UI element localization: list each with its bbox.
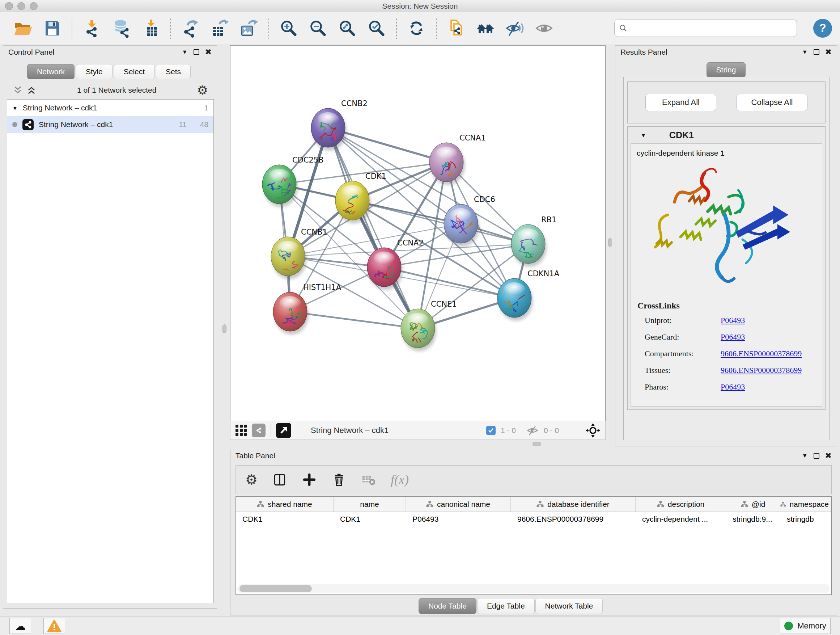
table-panel-header: Table Panel ▼ ✖ (231, 449, 837, 462)
help-button[interactable]: ? (813, 19, 832, 38)
import-table-button[interactable] (141, 19, 160, 38)
show-columns-icon[interactable] (272, 472, 287, 487)
network-node-ccna1[interactable]: CCNA1 (429, 134, 486, 188)
duplicate-network-button[interactable] (447, 19, 466, 38)
crosslink-label: Compartments: (645, 349, 721, 358)
tab-network[interactable]: Network (27, 64, 74, 79)
scrollbar-thumb[interactable] (240, 585, 312, 592)
collapse-all-button[interactable]: Collapse All (737, 94, 807, 111)
panel-menu-icon[interactable]: ▼ (802, 49, 808, 55)
column-header-canonical-name[interactable]: canonical name (406, 497, 511, 511)
zoom-in-button[interactable] (279, 19, 298, 38)
tab-node-table[interactable]: Node Table (418, 598, 477, 614)
tab-sets[interactable]: Sets (156, 64, 191, 79)
add-column-icon[interactable] (302, 472, 317, 487)
crosslink-link[interactable]: 9606.ENSP00000378699 (721, 349, 802, 358)
panel-menu-icon[interactable]: ▼ (182, 49, 188, 55)
network-edge[interactable] (290, 312, 418, 328)
protein-section-header[interactable]: ▼ CDK1 (628, 127, 825, 143)
import-network-database-button[interactable] (111, 19, 131, 38)
panel-menu-icon[interactable]: ▼ (802, 453, 808, 459)
expand-all-icon[interactable] (27, 85, 36, 95)
close-panel-icon[interactable]: ✖ (825, 48, 832, 57)
hierarchy-icon (741, 501, 748, 508)
zoom-selected-button[interactable] (367, 19, 386, 38)
network-edge[interactable] (352, 201, 528, 244)
birds-eye-toggle-button[interactable] (534, 19, 554, 38)
memory-button[interactable]: Memory (780, 618, 831, 634)
tab-style[interactable]: Style (76, 64, 112, 79)
string-home-button[interactable] (476, 19, 495, 38)
tab-string[interactable]: String (706, 62, 746, 78)
tree-collapse-icon[interactable]: ▼ (12, 105, 18, 111)
network-tree-item-row[interactable]: String Network – cdk1 11 48 (7, 116, 213, 133)
network-node-rb1[interactable]: RB1 (511, 215, 556, 268)
column-header-description[interactable]: description (636, 497, 726, 511)
network-collection-label: String Network – cdk1 (23, 103, 187, 112)
expand-all-button[interactable]: Expand All (645, 94, 716, 111)
table-cell: P06493 (406, 512, 511, 527)
zoom-out-button[interactable] (308, 19, 328, 38)
zoom-fit-button[interactable] (338, 19, 357, 38)
table-settings-gear-icon[interactable]: ⚙ (245, 473, 257, 486)
table-row[interactable]: CDK1CDK1P064939606.ENSP00000378699cyclin… (236, 512, 831, 527)
column-header-database-identifier[interactable]: database identifier (511, 497, 636, 511)
grid-layout-icon[interactable] (235, 424, 247, 436)
crosslink-link[interactable]: P06493 (721, 316, 745, 325)
open-in-window-icon[interactable] (276, 423, 291, 438)
export-network-button[interactable] (180, 19, 200, 38)
import-network-file-button[interactable] (82, 19, 102, 38)
collapse-all-icon[interactable] (13, 85, 23, 95)
tab-select[interactable]: Select (114, 64, 155, 79)
save-session-button[interactable] (42, 19, 62, 38)
network-canvas[interactable]: CCNB2CCNA1CDC25BCDK1CDC6RB1CCNB1CCNA2CDK… (230, 45, 606, 421)
hidden-counts: 0 - 0 (544, 426, 559, 435)
network-view-toolbar: String Network – cdk1 1 - 0 0 - 0 (230, 421, 606, 440)
network-edge[interactable] (328, 128, 418, 328)
gear-icon[interactable]: ⚙ (197, 84, 208, 96)
crosslink-link[interactable]: P06493 (721, 382, 745, 392)
section-collapse-icon[interactable]: ▼ (641, 132, 646, 138)
column-header-namespace[interactable]: namespace (780, 497, 829, 511)
network-node-cdkn1a[interactable]: CDKN1A (497, 269, 560, 321)
close-panel-icon[interactable]: ✖ (205, 48, 212, 57)
graphics-details-button[interactable] (505, 19, 524, 38)
cloud-status-button[interactable]: ☁ (9, 618, 31, 634)
tab-edge-table[interactable]: Edge Table (477, 598, 535, 614)
column-header-shared-name[interactable]: shared name (236, 497, 333, 511)
column-header-name[interactable]: name (333, 497, 406, 511)
network-node-ccnb2[interactable]: CCNB2 (311, 99, 368, 150)
refresh-button[interactable] (407, 19, 426, 38)
delete-column-trash-icon[interactable] (332, 472, 347, 487)
function-builder-icon[interactable]: f(x) (391, 472, 409, 487)
table-cell: cyclin-dependent ... (636, 512, 726, 527)
network-tree-root-row[interactable]: ▼ String Network – cdk1 1 (7, 100, 213, 116)
crosshair-icon[interactable] (586, 423, 600, 438)
float-panel-icon[interactable] (813, 453, 819, 459)
crosslink-link[interactable]: 9606.ENSP00000378699 (721, 366, 802, 375)
splitter-handle[interactable] (532, 442, 541, 446)
float-panel-icon[interactable] (813, 49, 819, 55)
warnings-button[interactable] (43, 618, 65, 634)
float-panel-icon[interactable] (194, 49, 199, 55)
splitter-handle[interactable] (223, 325, 226, 333)
column-header-id[interactable]: @id (726, 497, 780, 511)
network-node-cdc25b[interactable]: CDC25B (262, 156, 324, 207)
close-panel-icon[interactable]: ✖ (825, 451, 832, 461)
network-node-ccne1[interactable]: CCNE1 (401, 300, 457, 351)
splitter-handle[interactable] (608, 238, 612, 247)
search-input[interactable] (630, 21, 792, 35)
node-highlight (436, 147, 457, 160)
network-node-hist1h1a[interactable]: HIST1H1A (273, 283, 341, 334)
crosslink-link[interactable]: P06493 (721, 333, 745, 342)
delete-table-icon[interactable] (361, 472, 376, 487)
toolbar-search[interactable] (614, 19, 797, 37)
export-table-button[interactable] (210, 19, 229, 38)
tab-network-table[interactable]: Network Table (535, 598, 603, 614)
share-network-icon[interactable] (252, 424, 265, 437)
open-session-button[interactable] (13, 19, 33, 38)
node-highlight (374, 252, 395, 265)
export-image-button[interactable] (239, 19, 259, 38)
network-node-ccnb1[interactable]: CCNB1 (271, 228, 327, 279)
selected-items-checkbox[interactable] (486, 426, 496, 435)
